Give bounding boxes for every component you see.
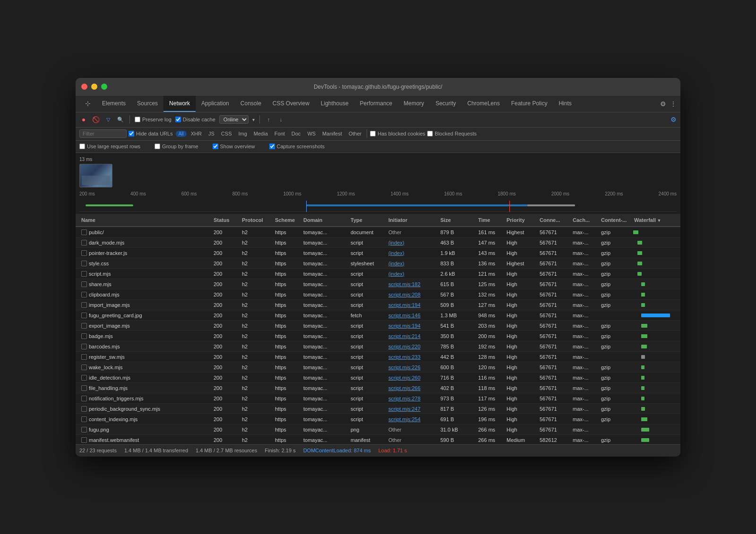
col-type[interactable]: Type [349, 217, 387, 223]
initiator-link[interactable]: script.mjs:266 [388, 385, 421, 391]
tab-lighthouse[interactable]: Lighthouse [315, 96, 354, 112]
col-domain[interactable]: Domain [301, 217, 349, 223]
file-name[interactable]: manifest.webmanifest [89, 437, 139, 443]
file-name[interactable]: public/ [89, 229, 104, 235]
file-name[interactable]: fugu.png [89, 427, 109, 432]
table-row[interactable]: pointer-tracker.js 200 h2 https tomayac.… [76, 248, 680, 258]
file-name[interactable]: periodic_background_sync.mjs [89, 406, 160, 412]
screenshot-thumbnail[interactable] [79, 164, 112, 187]
tab-feature-policy[interactable]: Feature Policy [506, 96, 553, 112]
table-row[interactable]: notification_triggers.mjs 200 h2 https t… [76, 393, 680, 404]
file-name[interactable]: import_image.mjs [89, 302, 130, 308]
initiator-link[interactable]: script.mjs:194 [388, 302, 421, 308]
table-row[interactable]: import_image.mjs 200 h2 https tomayac...… [76, 300, 680, 310]
has-blocked-cookies-label[interactable]: Has blocked cookies [370, 131, 425, 136]
filter-tag-img[interactable]: Img [236, 130, 249, 137]
col-size[interactable]: Size [438, 217, 476, 223]
file-name[interactable]: notification_triggers.mjs [89, 396, 144, 401]
initiator-link[interactable]: script.mjs:146 [388, 313, 421, 318]
more-options-icon[interactable]: ⋮ [670, 100, 677, 108]
col-waterfall[interactable]: Waterfall [632, 217, 677, 223]
initiator-link[interactable]: script.mjs:233 [388, 354, 421, 360]
blocked-requests-checkbox[interactable] [427, 131, 433, 136]
has-blocked-cookies-checkbox[interactable] [370, 131, 376, 136]
tab-memory[interactable]: Memory [398, 96, 430, 112]
maximize-button[interactable] [101, 84, 107, 90]
table-row[interactable]: manifest.webmanifest 200 h2 https tomaya… [76, 435, 680, 444]
col-priority[interactable]: Priority [505, 217, 538, 223]
close-button[interactable] [81, 84, 87, 90]
initiator-link[interactable]: script.mjs:278 [388, 396, 421, 401]
tab-network[interactable]: Network [163, 96, 196, 112]
tab-css-overview[interactable]: CSS Overview [267, 96, 315, 112]
filter-tag-js[interactable]: JS [206, 130, 217, 137]
filter-tag-media[interactable]: Media [251, 130, 270, 137]
show-overview-label[interactable]: Show overview [213, 144, 255, 149]
file-name[interactable]: clipboard.mjs [89, 292, 120, 297]
table-row[interactable]: clipboard.mjs 200 h2 https tomayac... sc… [76, 289, 680, 300]
tab-elements[interactable]: Elements [96, 96, 131, 112]
file-name[interactable]: pointer-tracker.js [89, 250, 127, 256]
file-name[interactable]: badge.mjs [89, 333, 113, 339]
filter-tag-manifest[interactable]: Manifest [320, 130, 344, 137]
col-protocol[interactable]: Protocol [240, 217, 273, 223]
filter-tag-font[interactable]: Font [272, 130, 287, 137]
tab-hints[interactable]: Hints [553, 96, 577, 112]
col-time[interactable]: Time [476, 217, 505, 223]
disable-cache-label[interactable]: Disable cache [175, 117, 215, 122]
initiator-link[interactable]: (index) [388, 240, 404, 246]
file-name[interactable]: idle_detection.mjs [89, 375, 130, 381]
table-row[interactable]: badge.mjs 200 h2 https tomayac... script… [76, 331, 680, 341]
tab-sources[interactable]: Sources [131, 96, 163, 112]
file-name[interactable]: export_image.mjs [89, 323, 130, 329]
col-scheme[interactable]: Scheme [273, 217, 301, 223]
file-name[interactable]: script.mjs [89, 271, 111, 277]
table-row[interactable]: file_handling.mjs 200 h2 https tomayac..… [76, 383, 680, 393]
table-row[interactable]: wake_lock.mjs 200 h2 https tomayac... sc… [76, 362, 680, 373]
filter-tag-ws[interactable]: WS [305, 130, 318, 137]
tab-chromelens[interactable]: ChromeLens [462, 96, 506, 112]
large-rows-label[interactable]: Use large request rows [79, 144, 140, 149]
file-name[interactable]: barcodes.mjs [89, 344, 120, 349]
initiator-link[interactable]: script.mjs:220 [388, 344, 421, 349]
initiator-link[interactable]: script.mjs:208 [388, 292, 421, 297]
capture-screenshots-label[interactable]: Capture screenshots [269, 144, 325, 149]
col-status[interactable]: Status [212, 217, 240, 223]
tab-performance[interactable]: Performance [354, 96, 398, 112]
file-name[interactable]: share.mjs [89, 281, 112, 287]
col-cache[interactable]: Cach... [571, 217, 599, 223]
tab-console[interactable]: Console [235, 96, 267, 112]
capture-screenshots-checkbox[interactable] [269, 144, 275, 149]
export-button[interactable]: ↓ [277, 115, 285, 124]
file-name[interactable]: register_sw.mjs [89, 354, 125, 360]
initiator-link[interactable]: (index) [388, 271, 404, 277]
throttle-select[interactable]: Online [219, 115, 249, 124]
group-by-frame-checkbox[interactable] [155, 144, 160, 149]
clear-button[interactable]: 🚫 [92, 115, 100, 124]
file-name[interactable]: content_indexing.mjs [89, 416, 137, 422]
preserve-log-label[interactable]: Preserve log [135, 117, 172, 122]
file-name[interactable]: style.css [89, 261, 109, 266]
file-name[interactable]: wake_lock.mjs [89, 364, 123, 370]
record-button[interactable]: ● [79, 115, 88, 124]
initiator-link[interactable]: script.mjs:214 [388, 333, 421, 339]
table-row[interactable]: export_image.mjs 200 h2 https tomayac...… [76, 321, 680, 331]
initiator-link[interactable]: script.mjs:247 [388, 406, 421, 412]
tab-security[interactable]: Security [430, 96, 462, 112]
initiator-link[interactable]: script.mjs:194 [388, 323, 421, 329]
initiator-link[interactable]: (index) [388, 250, 404, 256]
filter-tag-css[interactable]: CSS [219, 130, 234, 137]
large-rows-checkbox[interactable] [79, 144, 85, 149]
tab-application[interactable]: Application [196, 96, 235, 112]
group-by-frame-label[interactable]: Group by frame [155, 144, 198, 149]
filter-tag-all[interactable]: All [176, 131, 187, 137]
filter-tag-xhr[interactable]: XHR [189, 130, 204, 137]
blocked-requests-label[interactable]: Blocked Requests [427, 131, 477, 136]
table-row[interactable]: idle_detection.mjs 200 h2 https tomayac.… [76, 373, 680, 383]
settings-icon[interactable]: ⚙ [660, 100, 666, 108]
table-row[interactable]: public/ 200 h2 https tomayac... document… [76, 227, 680, 237]
filter-tag-doc[interactable]: Doc [289, 130, 303, 137]
tab-cursor-icon[interactable]: ⊹ [79, 96, 96, 112]
initiator-link[interactable]: script.mjs:226 [388, 364, 421, 370]
table-row[interactable]: barcodes.mjs 200 h2 https tomayac... scr… [76, 341, 680, 352]
